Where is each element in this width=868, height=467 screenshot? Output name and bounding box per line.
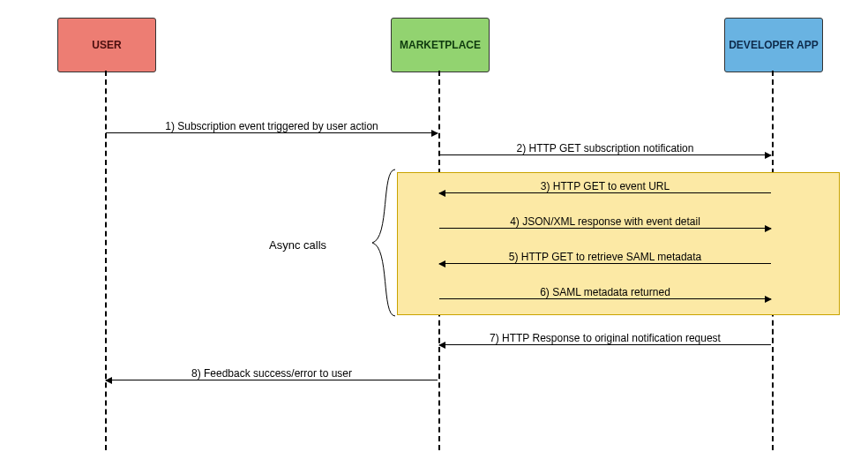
step-5-label: 5) HTTP GET to retrieve SAML metadata: [439, 251, 771, 263]
arrow-step-7: 7) HTTP Response to original notificatio…: [439, 344, 771, 345]
brace-icon: [370, 168, 397, 318]
step-6-label: 6) SAML metadata returned: [439, 286, 771, 298]
arrow-step-1: 1) Subscription event triggered by user …: [106, 132, 438, 133]
step-1-label: 1) Subscription event triggered by user …: [106, 120, 438, 132]
arrow-step-8: 8) Feedback success/error to user: [106, 380, 438, 380]
actor-user: USER: [57, 18, 156, 72]
step-3-label: 3) HTTP GET to event URL: [439, 180, 771, 192]
arrow-step-6: 6) SAML metadata returned: [439, 298, 771, 299]
actor-developer-app: DEVELOPER APP: [724, 18, 823, 72]
actor-developer-app-label: DEVELOPER APP: [729, 39, 819, 51]
sequence-diagram: USER MARKETPLACE DEVELOPER APP Async cal…: [0, 0, 868, 467]
arrow-step-3: 3) HTTP GET to event URL: [439, 192, 771, 193]
async-group-label: Async calls: [269, 238, 326, 252]
step-4-label: 4) JSON/XML response with event detail: [439, 215, 771, 228]
step-2-label: 2) HTTP GET subscription notification: [439, 142, 771, 154]
actor-marketplace-label: MARKETPLACE: [400, 39, 481, 51]
arrow-step-5: 5) HTTP GET to retrieve SAML metadata: [439, 263, 771, 264]
step-7-label: 7) HTTP Response to original notificatio…: [439, 332, 771, 344]
actor-user-label: USER: [92, 39, 121, 51]
actor-marketplace: MARKETPLACE: [391, 18, 490, 72]
arrow-step-2: 2) HTTP GET subscription notification: [439, 154, 771, 155]
arrow-step-4: 4) JSON/XML response with event detail: [439, 228, 771, 229]
step-8-label: 8) Feedback success/error to user: [106, 367, 438, 380]
